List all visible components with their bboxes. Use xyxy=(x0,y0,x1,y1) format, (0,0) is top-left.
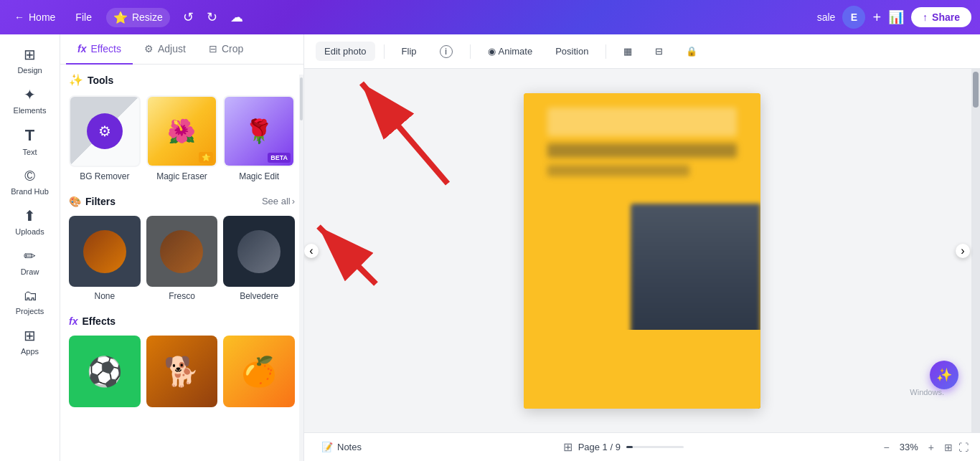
tools-grid: ⚙ BG Remover 🌺 ⭐ Magic Eraser xyxy=(69,95,295,181)
effects-panel-content: ✨ Tools ⚙ BG Remover 🌺 xyxy=(60,65,303,461)
fullscreen-button[interactable]: ⛶ xyxy=(958,442,969,453)
magic-edit-thumbnail: 🌹 BETA xyxy=(223,95,295,167)
info-button[interactable]: i xyxy=(431,41,461,62)
tool-magic-eraser[interactable]: 🌺 ⭐ Magic Eraser xyxy=(146,95,218,181)
fx-section-icon: fx xyxy=(69,315,77,327)
sidebar-item-text[interactable]: T Text xyxy=(0,120,60,162)
effect-soccer[interactable]: ⚽ xyxy=(69,336,141,407)
add-collaborator-button[interactable]: + xyxy=(872,9,881,26)
effects-thumbs-grid: ⚽ 🐕 🍊 xyxy=(69,336,295,407)
filter-icon: 🎨 xyxy=(69,196,81,207)
lock-icon: 🔒 xyxy=(686,46,697,57)
tab-effects[interactable]: fx Effects xyxy=(66,34,133,65)
tool-bg-remover[interactable]: ⚙ BG Remover xyxy=(69,95,141,181)
pages-overview-button[interactable]: ⊞ xyxy=(563,440,573,454)
panel-scrollbar[interactable] xyxy=(299,75,303,461)
windows-watermark: Windows. xyxy=(910,388,944,396)
tab-adjust[interactable]: ⚙ Adjust xyxy=(133,34,197,65)
tool-magic-edit[interactable]: 🌹 BETA Magic Edit xyxy=(223,95,295,181)
align-icon: ⊟ xyxy=(655,46,663,57)
sidebar-item-projects[interactable]: 🗂 Projects xyxy=(0,282,60,321)
draw-icon: ✏ xyxy=(24,247,36,265)
share-button[interactable]: ↑ Share xyxy=(911,7,971,27)
page-indicator: Page 1 / 9 xyxy=(578,442,621,452)
cloud-save-button[interactable]: ☁ xyxy=(226,5,248,29)
adjust-icon: ⚙ xyxy=(144,43,154,54)
sidebar: ⊞ Design ✦ Elements T Text © Brand Hub ⬆… xyxy=(0,34,60,461)
position-button[interactable]: Position xyxy=(547,42,597,61)
edit-photo-button[interactable]: Edit photo xyxy=(316,42,375,61)
flip-button[interactable]: Flip xyxy=(393,42,425,61)
align-button[interactable]: ⊟ xyxy=(646,42,672,61)
magic-eraser-thumbnail: 🌺 ⭐ xyxy=(146,95,218,167)
effect-dog[interactable]: 🐕 xyxy=(146,336,218,407)
animate-icon: ◉ xyxy=(488,46,496,57)
canvas-viewport[interactable]: ‹ › xyxy=(304,69,980,432)
sparkle-icon: ✨ xyxy=(69,73,83,87)
page-progress-fill xyxy=(626,446,633,448)
grid-icon: ▦ xyxy=(623,46,632,57)
apps-icon: ⊞ xyxy=(24,327,36,344)
soccer-thumbnail: ⚽ xyxy=(69,336,141,407)
ai-magic-button[interactable]: ✨ xyxy=(930,361,958,389)
lock-button[interactable]: 🔒 xyxy=(677,42,706,61)
projects-icon: 🗂 xyxy=(23,287,37,304)
home-button[interactable]: ← Home xyxy=(9,9,61,26)
filters-section-title: 🎨 Filters xyxy=(69,196,116,207)
zoom-out-button[interactable]: − xyxy=(880,440,894,455)
info-icon: i xyxy=(440,45,453,58)
see-all-filters-button[interactable]: See all › xyxy=(262,196,295,206)
filter-fresco[interactable]: Fresco xyxy=(146,216,218,302)
toolbar-divider-1 xyxy=(384,44,385,59)
orange-thumbnail: 🍊 xyxy=(223,336,295,407)
filter-none[interactable]: None xyxy=(69,216,141,302)
grid-view-button[interactable]: ⊞ xyxy=(944,442,953,453)
bottom-center: ⊞ Page 1 / 9 xyxy=(563,440,684,454)
sidebar-item-brand-hub[interactable]: © Brand Hub xyxy=(0,162,60,201)
animate-button[interactable]: ◉ Animate xyxy=(479,42,542,61)
uploads-icon: ⬆ xyxy=(24,207,36,224)
sidebar-item-design[interactable]: ⊞ Design xyxy=(0,40,60,80)
zoom-level: 33% xyxy=(900,442,918,452)
chevron-right-icon: › xyxy=(292,196,295,206)
grid-button[interactable]: ▦ xyxy=(615,42,641,61)
filter-belvedere[interactable]: Belvedere xyxy=(223,216,295,302)
scroll-right-button[interactable]: › xyxy=(956,244,970,258)
effects-panel: fx Effects ⚙ Adjust ⊟ Crop ✨ Tools xyxy=(60,34,304,461)
file-title: sale xyxy=(817,11,836,23)
sidebar-item-apps[interactable]: ⊞ Apps xyxy=(0,321,60,361)
analytics-button[interactable]: 📊 xyxy=(888,9,904,25)
panel-tabs: fx Effects ⚙ Adjust ⊟ Crop xyxy=(60,34,303,65)
scroll-left-button[interactable]: ‹ xyxy=(304,244,319,258)
sidebar-item-draw[interactable]: ✏ Draw xyxy=(0,242,60,282)
tab-crop[interactable]: ⊟ Crop xyxy=(197,34,255,65)
design-icon: ⊞ xyxy=(24,46,36,63)
canvas-toolbar: Edit photo Flip i ◉ Animate Position ▦ xyxy=(304,34,980,69)
notes-button[interactable]: 📝 Notes xyxy=(316,439,367,455)
sidebar-item-elements[interactable]: ✦ Elements xyxy=(0,80,60,120)
effects-section-title: fx Effects xyxy=(69,315,295,327)
resize-button[interactable]: ⭐ Resize xyxy=(106,8,170,27)
back-icon: ← xyxy=(14,11,24,23)
user-avatar[interactable]: E xyxy=(842,6,865,29)
canvas-scrollbar-thumb xyxy=(973,72,979,108)
redo-button[interactable]: ↻ xyxy=(202,5,222,29)
filters-header: 🎨 Filters See all › xyxy=(69,196,295,207)
design-canvas xyxy=(524,93,760,409)
panel-scrollbar-thumb xyxy=(300,77,303,120)
pro-badge: ⭐ xyxy=(199,152,213,163)
sidebar-item-uploads[interactable]: ⬆ Uploads xyxy=(0,201,60,242)
main-content: ⊞ Design ✦ Elements T Text © Brand Hub ⬆… xyxy=(0,34,980,461)
zoom-in-button[interactable]: + xyxy=(924,440,938,455)
notes-icon: 📝 xyxy=(321,442,333,452)
undo-button[interactable]: ↺ xyxy=(179,5,198,29)
canvas-scrollbar[interactable] xyxy=(971,69,980,432)
canvas-area: Edit photo Flip i ◉ Animate Position ▦ xyxy=(304,34,980,461)
bottom-right: − 33% + ⊞ ⛶ xyxy=(880,440,969,455)
effect-orange[interactable]: 🍊 xyxy=(223,336,295,407)
share-icon: ↑ xyxy=(923,11,928,23)
bottom-left: 📝 Notes xyxy=(316,439,367,455)
filters-grid: None Fresco xyxy=(69,216,295,302)
bottom-bar: 📝 Notes ⊞ Page 1 / 9 − 33% + ⊞ ⛶ xyxy=(304,432,980,461)
file-menu[interactable]: File xyxy=(70,9,98,26)
